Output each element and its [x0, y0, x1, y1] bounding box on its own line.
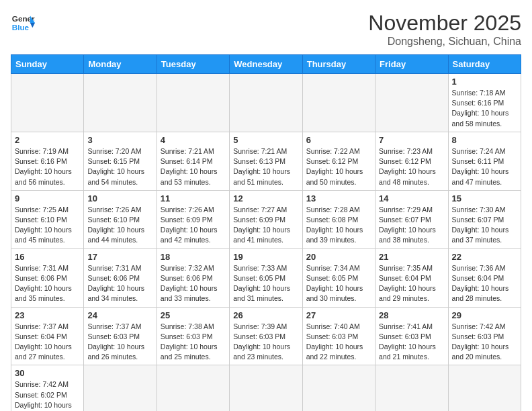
- day-number: 13: [306, 193, 371, 203]
- day-info: Sunrise: 7:34 AM Sunset: 6:05 PM Dayligh…: [306, 263, 371, 304]
- day-number: 6: [306, 135, 371, 145]
- table-row: 1Sunrise: 7:18 AM Sunset: 6:16 PM Daylig…: [448, 74, 521, 132]
- table-row: [11, 74, 84, 132]
- page-header: General Blue November 2025 Dongsheng, Si…: [11, 11, 521, 48]
- day-info: Sunrise: 7:21 AM Sunset: 6:13 PM Dayligh…: [233, 146, 298, 187]
- day-info: Sunrise: 7:36 AM Sunset: 6:04 PM Dayligh…: [452, 263, 517, 304]
- table-row: 29Sunrise: 7:42 AM Sunset: 6:03 PM Dayli…: [448, 307, 521, 365]
- table-row: 24Sunrise: 7:37 AM Sunset: 6:03 PM Dayli…: [84, 307, 157, 365]
- header-saturday: Saturday: [448, 55, 521, 74]
- table-row: 11Sunrise: 7:26 AM Sunset: 6:09 PM Dayli…: [157, 190, 229, 248]
- logo: General Blue: [11, 11, 35, 35]
- table-row: 28Sunrise: 7:41 AM Sunset: 6:03 PM Dayli…: [375, 307, 448, 365]
- calendar-header-row: Sunday Monday Tuesday Wednesday Thursday…: [11, 55, 521, 74]
- day-number: 4: [161, 135, 226, 145]
- calendar-table: Sunday Monday Tuesday Wednesday Thursday…: [11, 54, 521, 411]
- table-row: [230, 74, 302, 132]
- day-number: 26: [233, 310, 298, 320]
- day-number: 19: [233, 252, 298, 262]
- table-row: [448, 365, 521, 411]
- table-row: [84, 365, 157, 411]
- table-row: 17Sunrise: 7:31 AM Sunset: 6:06 PM Dayli…: [84, 248, 157, 307]
- day-number: 2: [15, 135, 80, 145]
- day-number: 30: [15, 368, 80, 378]
- day-info: Sunrise: 7:38 AM Sunset: 6:03 PM Dayligh…: [161, 322, 226, 363]
- day-info: Sunrise: 7:35 AM Sunset: 6:04 PM Dayligh…: [379, 263, 444, 304]
- day-info: Sunrise: 7:25 AM Sunset: 6:10 PM Dayligh…: [15, 205, 80, 246]
- table-row: 10Sunrise: 7:26 AM Sunset: 6:10 PM Dayli…: [84, 190, 157, 248]
- day-number: 7: [379, 135, 444, 145]
- day-number: 15: [452, 193, 517, 203]
- table-row: 25Sunrise: 7:38 AM Sunset: 6:03 PM Dayli…: [157, 307, 229, 365]
- day-info: Sunrise: 7:37 AM Sunset: 6:03 PM Dayligh…: [87, 322, 152, 363]
- calendar-subtitle: Dongsheng, Sichuan, China: [368, 36, 521, 48]
- day-number: 20: [306, 252, 371, 262]
- day-number: 14: [379, 193, 444, 203]
- day-info: Sunrise: 7:40 AM Sunset: 6:03 PM Dayligh…: [306, 322, 371, 363]
- day-number: 1: [452, 77, 517, 87]
- day-info: Sunrise: 7:19 AM Sunset: 6:16 PM Dayligh…: [15, 146, 80, 187]
- day-info: Sunrise: 7:20 AM Sunset: 6:15 PM Dayligh…: [87, 146, 152, 187]
- table-row: 27Sunrise: 7:40 AM Sunset: 6:03 PM Dayli…: [302, 307, 375, 365]
- day-info: Sunrise: 7:26 AM Sunset: 6:10 PM Dayligh…: [87, 205, 152, 246]
- header-monday: Monday: [84, 55, 157, 74]
- header-friday: Friday: [375, 55, 448, 74]
- day-info: Sunrise: 7:29 AM Sunset: 6:07 PM Dayligh…: [379, 205, 444, 246]
- day-number: 21: [379, 252, 444, 262]
- day-info: Sunrise: 7:31 AM Sunset: 6:06 PM Dayligh…: [87, 263, 152, 304]
- table-row: 18Sunrise: 7:32 AM Sunset: 6:06 PM Dayli…: [157, 248, 229, 307]
- day-info: Sunrise: 7:31 AM Sunset: 6:06 PM Dayligh…: [15, 263, 80, 304]
- day-info: Sunrise: 7:39 AM Sunset: 6:03 PM Dayligh…: [233, 322, 298, 363]
- table-row: 2Sunrise: 7:19 AM Sunset: 6:16 PM Daylig…: [11, 132, 84, 190]
- table-row: 26Sunrise: 7:39 AM Sunset: 6:03 PM Dayli…: [230, 307, 302, 365]
- day-number: 10: [87, 193, 152, 203]
- table-row: [157, 74, 229, 132]
- table-row: 9Sunrise: 7:25 AM Sunset: 6:10 PM Daylig…: [11, 190, 84, 248]
- day-info: Sunrise: 7:26 AM Sunset: 6:09 PM Dayligh…: [161, 205, 226, 246]
- table-row: [375, 365, 448, 411]
- day-info: Sunrise: 7:32 AM Sunset: 6:06 PM Dayligh…: [161, 263, 226, 304]
- table-row: [84, 74, 157, 132]
- table-row: 3Sunrise: 7:20 AM Sunset: 6:15 PM Daylig…: [84, 132, 157, 190]
- day-number: 22: [452, 252, 517, 262]
- day-info: Sunrise: 7:21 AM Sunset: 6:14 PM Dayligh…: [161, 146, 226, 187]
- day-number: 9: [15, 193, 80, 203]
- table-row: 5Sunrise: 7:21 AM Sunset: 6:13 PM Daylig…: [230, 132, 302, 190]
- day-info: Sunrise: 7:23 AM Sunset: 6:12 PM Dayligh…: [379, 146, 444, 187]
- table-row: 6Sunrise: 7:22 AM Sunset: 6:12 PM Daylig…: [302, 132, 375, 190]
- day-number: 29: [452, 310, 517, 320]
- day-info: Sunrise: 7:24 AM Sunset: 6:11 PM Dayligh…: [452, 146, 517, 187]
- svg-marker-3: [30, 23, 35, 28]
- logo-icon: General Blue: [11, 11, 35, 35]
- day-info: Sunrise: 7:33 AM Sunset: 6:05 PM Dayligh…: [233, 263, 298, 304]
- table-row: 8Sunrise: 7:24 AM Sunset: 6:11 PM Daylig…: [448, 132, 521, 190]
- day-info: Sunrise: 7:42 AM Sunset: 6:03 PM Dayligh…: [452, 322, 517, 363]
- table-row: 14Sunrise: 7:29 AM Sunset: 6:07 PM Dayli…: [375, 190, 448, 248]
- day-info: Sunrise: 7:30 AM Sunset: 6:07 PM Dayligh…: [452, 205, 517, 246]
- calendar-title: November 2025: [368, 11, 521, 36]
- table-row: [302, 74, 375, 132]
- day-info: Sunrise: 7:18 AM Sunset: 6:16 PM Dayligh…: [452, 88, 517, 129]
- day-number: 3: [87, 135, 152, 145]
- table-row: [230, 365, 302, 411]
- day-number: 17: [87, 252, 152, 262]
- header-sunday: Sunday: [11, 55, 84, 74]
- day-info: Sunrise: 7:27 AM Sunset: 6:09 PM Dayligh…: [233, 205, 298, 246]
- day-info: Sunrise: 7:42 AM Sunset: 6:02 PM Dayligh…: [15, 379, 80, 411]
- table-row: 15Sunrise: 7:30 AM Sunset: 6:07 PM Dayli…: [448, 190, 521, 248]
- table-row: 20Sunrise: 7:34 AM Sunset: 6:05 PM Dayli…: [302, 248, 375, 307]
- table-row: [375, 74, 448, 132]
- day-number: 28: [379, 310, 444, 320]
- header-tuesday: Tuesday: [157, 55, 229, 74]
- day-info: Sunrise: 7:37 AM Sunset: 6:04 PM Dayligh…: [15, 322, 80, 363]
- table-row: 19Sunrise: 7:33 AM Sunset: 6:05 PM Dayli…: [230, 248, 302, 307]
- title-area: November 2025 Dongsheng, Sichuan, China: [368, 11, 521, 48]
- table-row: 30Sunrise: 7:42 AM Sunset: 6:02 PM Dayli…: [11, 365, 84, 411]
- day-number: 25: [161, 310, 226, 320]
- day-number: 5: [233, 135, 298, 145]
- table-row: 13Sunrise: 7:28 AM Sunset: 6:08 PM Dayli…: [302, 190, 375, 248]
- table-row: 7Sunrise: 7:23 AM Sunset: 6:12 PM Daylig…: [375, 132, 448, 190]
- table-row: 21Sunrise: 7:35 AM Sunset: 6:04 PM Dayli…: [375, 248, 448, 307]
- table-row: [157, 365, 229, 411]
- day-number: 24: [87, 310, 152, 320]
